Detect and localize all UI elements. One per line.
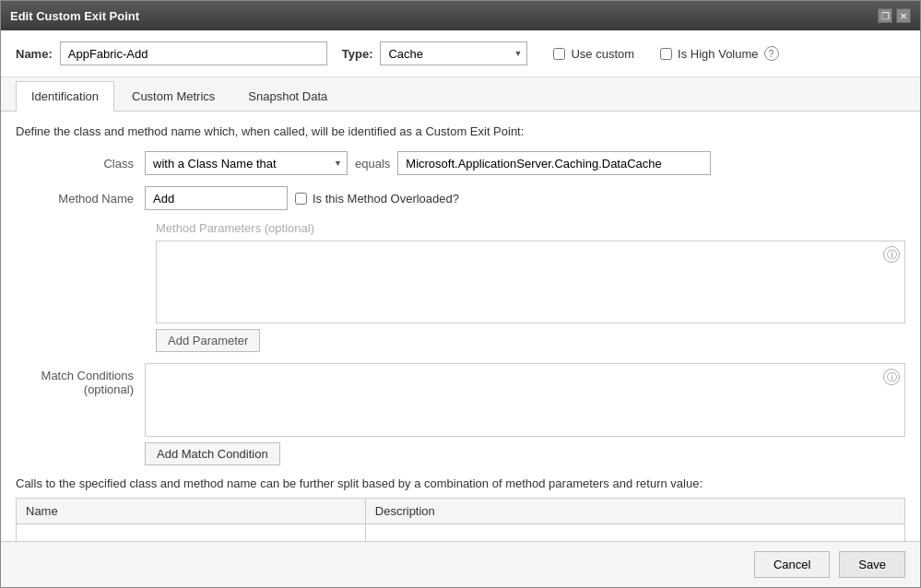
tab-snapshot-data[interactable]: Snapshot Data <box>232 81 343 111</box>
name-label: Name: <box>16 47 53 61</box>
tab-custom-metrics[interactable]: Custom Metrics <box>116 81 230 111</box>
method-name-row-content: Is this Method Overloaded? <box>145 186 905 210</box>
cancel-button[interactable]: Cancel <box>754 551 830 578</box>
type-field: Type: Cache Database HTTP Web Service <box>342 41 528 65</box>
class-condition-wrapper: with a Class Name that with a Class Name… <box>145 151 348 175</box>
match-conditions-label: Match Conditions (optional) <box>16 363 145 396</box>
close-button[interactable]: ✕ <box>896 8 911 23</box>
use-custom-group: Use custom <box>553 47 634 61</box>
restore-button[interactable]: ❐ <box>878 8 892 23</box>
match-textarea-box <box>145 363 905 437</box>
use-custom-checkbox[interactable] <box>553 48 565 60</box>
col-name: Name <box>17 499 366 524</box>
high-volume-checkbox[interactable] <box>660 48 672 60</box>
tab-content-identification: Define the class and method name which, … <box>1 112 920 541</box>
match-area-wrapper: ⓘ Add Match Condition <box>145 363 905 465</box>
class-condition-select[interactable]: with a Class Name that with a Class Name… <box>145 151 348 175</box>
params-label: Method Parameters (optional) <box>16 221 905 235</box>
split-table: Name Description <box>16 498 905 541</box>
tabs-bar: Identification Custom Metrics Snapshot D… <box>1 77 920 112</box>
add-match-condition-button[interactable]: Add Match Condition <box>145 442 280 465</box>
overloaded-checkbox[interactable] <box>295 193 307 205</box>
params-textarea-wrapper <box>156 241 905 323</box>
dialog-titlebar: Edit Custom Exit Point ❐ ✕ <box>1 1 920 30</box>
params-info-icon[interactable]: ⓘ <box>883 246 900 263</box>
params-wrapper: ⓘ <box>16 241 905 323</box>
match-conditions-row: Match Conditions (optional) ⓘ Add Match … <box>16 363 905 465</box>
overloaded-row: Is this Method Overloaded? <box>295 192 459 206</box>
col-description: Description <box>365 499 904 524</box>
name-input[interactable] <box>60 41 327 65</box>
help-icon[interactable]: ? <box>764 46 779 61</box>
add-parameter-button[interactable]: Add Parameter <box>156 329 260 352</box>
class-row-content: with a Class Name that with a Class Name… <box>145 151 905 175</box>
name-field: Name: <box>16 41 327 65</box>
method-name-label: Method Name <box>16 192 145 206</box>
edit-dialog: Edit Custom Exit Point ❐ ✕ Name: Type: C… <box>0 0 921 588</box>
top-form: Name: Type: Cache Database HTTP Web Serv… <box>1 30 920 77</box>
class-value-input[interactable] <box>397 151 711 175</box>
method-name-input[interactable] <box>145 186 288 210</box>
param-section: Add Parameter <box>156 323 905 352</box>
class-row: Class with a Class Name that with a Clas… <box>16 151 905 175</box>
use-custom-label: Use custom <box>571 47 634 61</box>
tab-identification[interactable]: Identification <box>16 81 114 112</box>
section-description: Define the class and method name which, … <box>16 124 905 138</box>
params-textarea[interactable] <box>157 241 904 323</box>
titlebar-controls: ❐ ✕ <box>878 8 911 23</box>
equals-label: equals <box>355 157 390 171</box>
table-empty-row <box>17 524 905 542</box>
overloaded-label: Is this Method Overloaded? <box>313 192 459 206</box>
split-description: Calls to the specified class and method … <box>16 476 905 490</box>
high-volume-label: Is High Volume <box>678 47 758 61</box>
table-header-row: Name Description <box>17 499 905 524</box>
empty-name-cell <box>17 524 366 542</box>
dialog-title: Edit Custom Exit Point <box>10 9 139 23</box>
dialog-body: Name: Type: Cache Database HTTP Web Serv… <box>1 30 920 541</box>
high-volume-group: Is High Volume ? <box>660 46 778 61</box>
dialog-footer: Cancel Save <box>1 541 920 587</box>
match-info-icon[interactable]: ⓘ <box>883 369 900 385</box>
method-name-row: Method Name Is this Method Overloaded? <box>16 186 905 210</box>
type-select[interactable]: Cache Database HTTP Web Service <box>380 41 527 65</box>
type-select-wrapper: Cache Database HTTP Web Service <box>380 41 527 65</box>
params-area: Method Parameters (optional) ⓘ Add Param… <box>16 221 905 352</box>
empty-desc-cell <box>365 524 904 542</box>
type-label: Type: <box>342 47 373 61</box>
save-button[interactable]: Save <box>839 551 905 578</box>
class-label: Class <box>16 157 145 171</box>
